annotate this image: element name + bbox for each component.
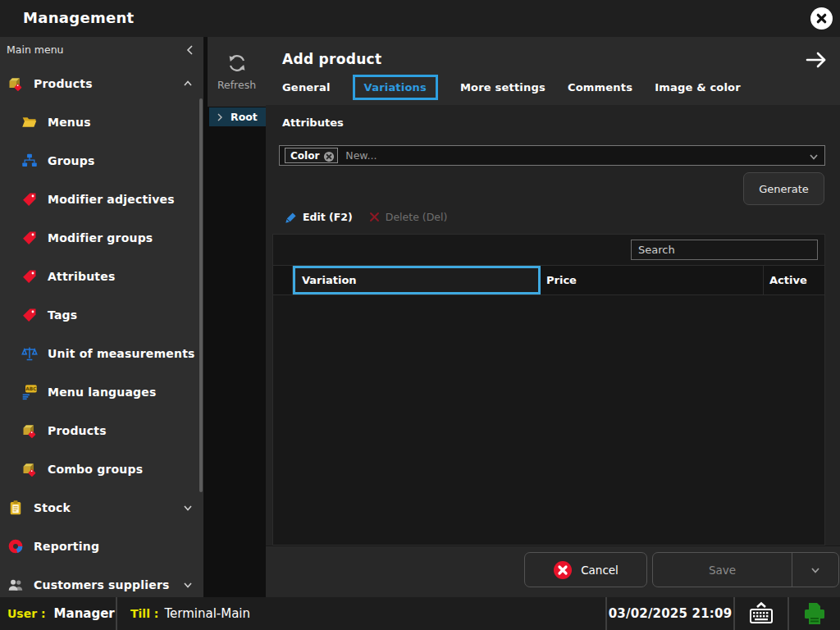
- table-header-row: Variation Price Active: [273, 265, 824, 295]
- main-header: Add product GeneralVariationsMore settin…: [266, 37, 840, 105]
- generate-button[interactable]: Generate: [743, 172, 824, 205]
- column-header-variation[interactable]: Variation: [293, 266, 541, 294]
- sidebar-item-tags[interactable]: Tags: [0, 295, 203, 334]
- tab-variations[interactable]: Variations: [353, 75, 438, 100]
- delete-label: Delete (Del): [386, 211, 448, 223]
- svg-text:ABC: ABC: [25, 386, 36, 391]
- sidebar-item-products-2[interactable]: Products: [0, 411, 203, 450]
- sidebar-item-label: Unit of measurements: [48, 347, 195, 360]
- sidebar-item-modifier-groups[interactable]: Modifier groups: [0, 218, 203, 257]
- pie-chart-icon: [7, 538, 24, 555]
- sidebar-item-groups[interactable]: Groups: [0, 141, 203, 180]
- edit-label: Edit (F2): [303, 211, 353, 223]
- tag-icon: [21, 307, 38, 323]
- save-button[interactable]: Save: [653, 553, 792, 587]
- sidebar-title: Main menu: [7, 43, 64, 56]
- search-input[interactable]: [631, 240, 818, 260]
- delete-button[interactable]: Delete (Del): [369, 211, 448, 223]
- sidebar-item-products[interactable]: Products: [0, 64, 203, 103]
- sidebar-item-label: Products: [48, 424, 107, 437]
- combobox-dropdown-button[interactable]: [808, 150, 819, 162]
- sidebar-item-label: Menus: [48, 116, 91, 129]
- chevron-down-icon: [182, 502, 194, 514]
- sidebar-item-stock[interactable]: Stock: [0, 488, 203, 527]
- datetime-text: 03/02/2025 21:09: [609, 606, 733, 621]
- close-button[interactable]: [810, 7, 833, 30]
- sidebar: Main menu ProductsMenusGroupsModifier ad…: [0, 37, 203, 597]
- tab-image-color[interactable]: Image & color: [655, 81, 741, 94]
- main-panel: Add product GeneralVariationsMore settin…: [266, 37, 840, 597]
- sidebar-item-label: Menu languages: [48, 386, 157, 399]
- tab-more-settings[interactable]: More settings: [460, 81, 546, 94]
- chevron-down-icon: [808, 151, 819, 162]
- sidebar-item-reporting[interactable]: Reporting: [0, 527, 203, 565]
- attribute-chip-color: Color: [285, 148, 338, 163]
- sidebar-item-menu-languages[interactable]: ABCMenu languages: [0, 372, 203, 411]
- printer-button[interactable]: [788, 597, 840, 630]
- chevron-right-icon: [216, 113, 224, 121]
- printer-icon: [802, 601, 827, 626]
- status-user-section: User : Manager: [0, 597, 116, 630]
- sidebar-menu: ProductsMenusGroupsModifier adjectivesMo…: [0, 64, 203, 597]
- edit-button[interactable]: Edit (F2): [285, 211, 353, 223]
- languages-icon: ABC: [21, 384, 38, 400]
- attributes-label: Attributes: [282, 116, 344, 129]
- sidebar-item-customers-suppliers[interactable]: Customers suppliers: [0, 565, 203, 597]
- remove-attribute-button[interactable]: [323, 150, 335, 162]
- product-box-tag-icon: [21, 422, 38, 439]
- sidebar-item-unit-of-measurements[interactable]: Unit of measurements: [0, 334, 203, 372]
- tag-icon: [21, 191, 38, 208]
- sidebar-item-label: Products: [34, 77, 93, 90]
- refresh-label: Refresh: [217, 79, 256, 91]
- refresh-button[interactable]: Refresh: [208, 37, 266, 107]
- tag-icon: [21, 268, 38, 285]
- till-value: Terminal-Main: [164, 606, 250, 621]
- sidebar-item-menus[interactable]: Menus: [0, 103, 203, 141]
- sidebar-item-label: Combo groups: [48, 463, 143, 476]
- sidebar-header: Main menu: [0, 37, 203, 64]
- tree-item-root[interactable]: Root: [209, 107, 266, 126]
- till-label: Till :: [130, 607, 158, 620]
- tab-comments[interactable]: Comments: [568, 81, 632, 94]
- tab-general[interactable]: General: [282, 81, 331, 94]
- page-title: Add product: [282, 51, 381, 67]
- sidebar-item-label: Customers suppliers: [34, 578, 170, 591]
- circle-x-icon: [323, 151, 335, 162]
- tag-icon: [21, 230, 38, 246]
- sidebar-scrollbar[interactable]: [199, 98, 203, 492]
- column-header-price[interactable]: Price: [541, 266, 764, 294]
- people-icon: [7, 577, 24, 593]
- product-box-tag-icon: [21, 461, 38, 477]
- cancel-button[interactable]: Cancel: [524, 552, 647, 587]
- keyboard-button[interactable]: [733, 597, 788, 630]
- next-arrow-button[interactable]: [804, 48, 829, 72]
- org-chart-icon: [21, 153, 38, 169]
- attributes-combobox[interactable]: Color New...: [279, 145, 825, 166]
- collapse-sidebar-button[interactable]: [184, 43, 197, 57]
- form-action-bar: Cancel Save: [266, 546, 840, 597]
- clipboard-icon: [7, 500, 24, 516]
- sidebar-item-modifier-adjectives[interactable]: Modifier adjectives: [0, 180, 203, 218]
- table-gutter-column: [273, 266, 293, 294]
- delete-x-icon: [369, 212, 380, 222]
- tab-bar: GeneralVariationsMore settingsCommentsIm…: [282, 75, 741, 100]
- table-toolbar: Edit (F2) Delete (Del): [285, 211, 447, 223]
- sidebar-item-label: Reporting: [34, 540, 99, 553]
- variations-table: Variation Price Active: [272, 234, 825, 546]
- cancel-label: Cancel: [581, 564, 619, 577]
- chevron-down-icon: [809, 564, 822, 577]
- sidebar-item-combo-groups[interactable]: Combo groups: [0, 450, 203, 488]
- tree-panel: Refresh Root: [203, 37, 266, 597]
- attribute-new-placeholder: New...: [345, 149, 377, 162]
- attribute-chip-label: Color: [290, 150, 319, 162]
- save-options-button[interactable]: [792, 553, 838, 587]
- sidebar-item-label: Modifier adjectives: [48, 193, 175, 206]
- refresh-icon: [226, 52, 248, 74]
- management-window: Management Main menu ProductsMenusGroups…: [0, 0, 840, 630]
- status-datetime-section: 03/02/2025 21:09: [605, 597, 733, 630]
- scale-icon: [21, 345, 38, 362]
- product-box-tag-icon: [7, 75, 24, 92]
- folder-icon: [21, 114, 38, 130]
- column-header-active[interactable]: Active: [764, 266, 824, 294]
- sidebar-item-attributes[interactable]: Attributes: [0, 257, 203, 295]
